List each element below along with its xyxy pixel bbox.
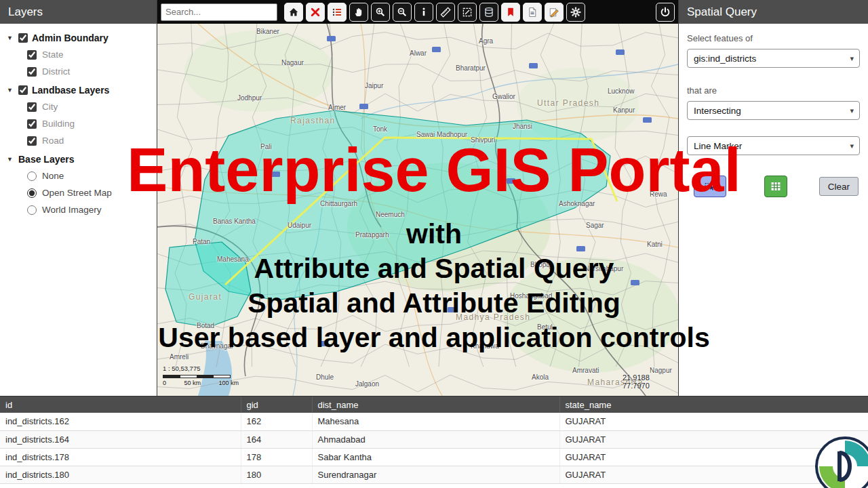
table-cell: 164 [241,430,312,448]
layer-checkbox[interactable] [27,119,37,129]
layer-checkbox[interactable] [27,102,37,112]
overlay-title: Enterprise GIS Portal [0,137,868,203]
column-header: dist_name [312,396,559,413]
table-cell: ind_districts.178 [0,448,241,466]
layer-item-label: State [42,49,64,60]
basemap-radio[interactable] [27,205,37,215]
power-button[interactable] [656,3,675,22]
table-cell: ind_districts.180 [0,466,241,483]
layer-item-label: Building [42,119,75,129]
layer-item-state[interactable]: State [0,46,157,63]
attribute-table-body: ind_districts.162162MahesanaGUJARATind_d… [0,413,868,483]
caret-down-icon[interactable]: ▼ [7,35,14,41]
scale-label: 100 km [218,380,239,386]
layer-select-value: gis:ind_districts [694,54,756,64]
edit-button[interactable] [545,3,564,22]
scale-bar [163,375,231,378]
column-header: gid [241,396,312,413]
hand-icon [353,7,364,18]
column-header: state_name [559,396,868,413]
relation-select[interactable]: Intersecting ▾ [687,101,860,120]
list-icon [332,7,342,18]
home-icon [288,7,299,18]
bookmark-button[interactable] [501,3,520,22]
column-header: id [0,396,241,413]
zoom-in-button[interactable] [371,3,390,22]
map-coordinates: 21.9188 77.7970 [623,373,678,390]
clear-selection-button[interactable] [306,3,325,22]
layer-group-label: Admin Boundary [32,33,108,43]
layer-checkbox[interactable] [27,50,37,60]
scale-box: 1 : 50,53,775 0 50 km 100 km [163,365,239,386]
power-slot [656,3,675,22]
overlay-line: User based layer and application control… [0,321,868,355]
info-icon [418,7,429,18]
ruler-icon [440,7,451,18]
search-input[interactable] [161,3,277,21]
area-ruler-icon [462,7,473,18]
identify-button[interactable] [414,3,433,22]
layers-data-button[interactable] [479,3,498,22]
gear-icon [570,7,581,18]
table-cell: Mahesana [312,413,559,430]
overlay-subtitle: with Attribute and Spatial Query Spatial… [0,217,868,355]
table-cell: 180 [241,466,312,483]
table-cell: Sabar Kantha [312,448,559,466]
settings-button[interactable] [566,3,585,22]
spatial-query-header: Spatial Query [679,0,868,24]
attribute-table: idgiddist_namestate_name ind_districts.1… [0,396,868,488]
overlay-line: Attribute and Spatial Query [0,251,868,286]
that-are-label: that are [687,85,860,96]
flag-icon [505,7,516,18]
table-cell: 178 [241,448,312,466]
export-button[interactable] [523,3,542,22]
group-checkbox[interactable] [18,85,28,95]
toolbar-buttons [284,3,585,22]
zoom-in-icon [375,7,386,18]
zoom-out-icon [397,7,408,18]
table-header-row: idgiddist_namestate_name [0,396,868,413]
map-scale-ratio: 1 : 50,53,775 [163,365,239,372]
layer-item-label: District [42,66,70,77]
edit-icon [549,7,559,18]
layers-panel-header: Layers [0,0,157,24]
document-icon [527,7,538,18]
layer-group-landbase-layers: ▼Landbase Layers [0,80,157,98]
zoom-out-button[interactable] [393,3,412,22]
overlay-line: Spatial and Attribute Editing [0,286,868,321]
scale-label: 50 km [184,380,201,386]
table-cell: 162 [241,413,312,430]
layer-item-label: City [42,102,58,112]
table-cell: GUJARAT [559,413,868,430]
relation-select-value: Intersecting [694,106,741,116]
measure-distance-button[interactable] [436,3,455,22]
chevron-down-icon: ▾ [850,54,854,63]
table-cell: Ahmadabad [312,430,559,448]
legend-button[interactable] [328,3,347,22]
caret-down-icon[interactable]: ▼ [7,87,14,94]
select-features-label: Select featues of [687,33,860,43]
table-row[interactable]: ind_districts.178178Sabar KanthaGUJARAT [0,448,868,466]
overlay-line: with [0,217,868,251]
table-cell: ind_districts.162 [0,413,241,430]
layer-item-city[interactable]: City [0,98,157,115]
table-row[interactable]: ind_districts.180180SurendranagarGUJARAT [0,466,868,483]
layer-select[interactable]: gis:ind_districts ▾ [687,49,860,68]
measure-area-button[interactable] [458,3,477,22]
map-toolbar [157,0,678,24]
pan-button[interactable] [349,3,368,22]
layer-checkbox[interactable] [27,67,37,77]
group-checkbox[interactable] [18,33,28,43]
chevron-down-icon: ▾ [850,106,854,115]
layer-group-admin-boundary: ▼Admin Boundary [0,28,157,46]
layer-item-building[interactable]: Building [0,115,157,132]
attribute-table-header: idgiddist_namestate_name [0,396,868,413]
layer-item-district[interactable]: District [0,63,157,80]
table-row[interactable]: ind_districts.162162MahesanaGUJARAT [0,413,868,430]
table-row[interactable]: ind_districts.164164AhmadabadGUJARAT [0,430,868,448]
scale-bar-labels: 0 50 km 100 km [163,380,239,386]
table-cell: ind_districts.164 [0,430,241,448]
home-button[interactable] [284,3,303,22]
table-cell: Surendranagar [312,466,559,483]
layer-group-label: Landbase Layers [32,85,109,96]
